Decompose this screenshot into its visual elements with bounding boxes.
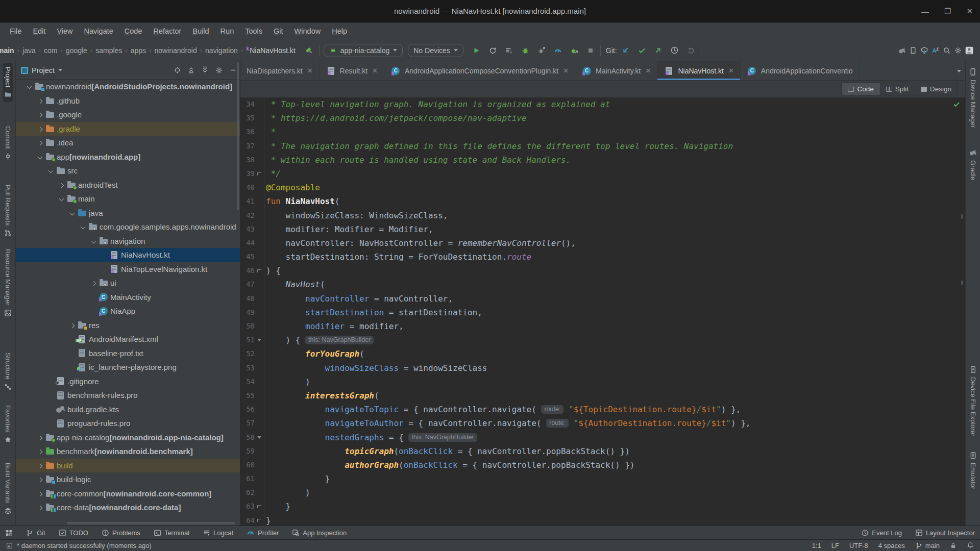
breadcrumb-item[interactable]: main: [0, 45, 15, 56]
tree-item-com.google.samples.apps.nowinandroid[interactable]: com.google.samples.apps.nowinandroid: [16, 220, 240, 234]
code-line-50[interactable]: 50 modifier = modifier,: [240, 319, 965, 333]
apply-changes-button[interactable]: [487, 45, 498, 56]
git-branch-widget[interactable]: main: [915, 542, 940, 549]
device-manager-button[interactable]: [908, 45, 919, 56]
code-line-48[interactable]: 48 navController = navController,: [240, 292, 965, 306]
tree-horizontal-scrollbar[interactable]: [67, 522, 235, 524]
editor-mode-code[interactable]: Code: [842, 83, 879, 95]
maximize-icon[interactable]: ❒: [944, 7, 951, 16]
tool-window-button-problems[interactable]: Problems: [102, 529, 140, 537]
tree-item-ic-launcher-playstore.png[interactable]: ic_launcher-playstore.png: [16, 360, 240, 374]
tree-item-.gitignore[interactable]: .gitignore: [16, 374, 240, 389]
code-line-54[interactable]: 54 ): [240, 375, 965, 389]
chevron-collapsed-icon[interactable]: [36, 140, 44, 145]
tree-item-baseline-prof.txt[interactable]: baseline-prof.txt: [16, 346, 240, 361]
fold-marker-icon[interactable]: [255, 333, 264, 347]
breadcrumb-item[interactable]: java: [21, 45, 37, 56]
code-line-37[interactable]: 37 * The navigation graph defined in thi…: [240, 139, 965, 153]
tree-item-nowinandroid[interactable]: nowinandroid [AndroidStudioProjects.nowi…: [16, 80, 240, 94]
breadcrumb-item[interactable]: com: [43, 45, 58, 56]
tree-item-main[interactable]: main: [16, 192, 240, 206]
git-commit-button[interactable]: [636, 45, 648, 56]
code-line-53[interactable]: 53 windowSizeClass = windowSizeClass: [240, 361, 965, 375]
tree-item-build-logic[interactable]: build-logic: [16, 472, 240, 487]
fold-marker-icon[interactable]: [255, 431, 264, 444]
chevron-expanded-icon[interactable]: [68, 211, 77, 215]
tree-item-core-data[interactable]: core-data [nowinandroid.core-data]: [16, 500, 240, 515]
tree-item-.google[interactable]: .google: [16, 108, 240, 122]
fold-marker-icon[interactable]: [255, 514, 264, 525]
tree-item-nianavhost.kt[interactable]: kNiaNavHost.kt: [16, 248, 240, 262]
file-encoding[interactable]: UTF-8: [849, 542, 868, 549]
tree-item-navigation[interactable]: navigation: [16, 234, 240, 248]
code-line-39[interactable]: 39 */: [240, 167, 965, 181]
chevron-collapsed-icon[interactable]: [36, 505, 44, 510]
code-line-63[interactable]: 63 }: [240, 499, 965, 513]
attach-debugger-button[interactable]: [536, 45, 547, 56]
tool-stripe-resource-manager[interactable]: Resource Manager: [3, 245, 13, 320]
rollback-button[interactable]: [685, 45, 697, 56]
expand-all-button[interactable]: [187, 66, 195, 74]
hidden-tabs-button[interactable]: [957, 61, 961, 81]
tree-item-core-common[interactable]: core-common [nowinandroid.core-common]: [16, 487, 240, 501]
stop-button[interactable]: [585, 45, 596, 56]
tree-item-proguard-rules.pro[interactable]: proguard-rules.pro: [16, 416, 240, 431]
editor-tab-nianavhost.kt[interactable]: kNiaNavHost.kt✕: [657, 61, 740, 80]
indent-setting[interactable]: 4 spaces: [878, 542, 905, 549]
tab-close-icon[interactable]: ✕: [646, 67, 651, 74]
translate-button[interactable]: A: [930, 45, 941, 56]
code-line-49[interactable]: 49 startDestination = startDestination,: [240, 306, 965, 319]
tool-stripe-gradle[interactable]: Gradle: [967, 145, 978, 184]
tool-window-button-switcher[interactable]: [5, 529, 13, 537]
tree-item-ui[interactable]: ui: [16, 276, 240, 290]
code-line-60[interactable]: 60 authorGraph(onBackClick = { navContro…: [240, 458, 965, 472]
tree-item-java[interactable]: java: [16, 206, 240, 220]
read-lock-icon[interactable]: [950, 542, 957, 549]
code-line-38[interactable]: 38 * within each route is handled using …: [240, 153, 965, 167]
tool-stripe-pull-requests[interactable]: Pull Requests: [3, 181, 13, 240]
chevron-expanded-icon[interactable]: [36, 155, 44, 159]
tool-window-button-terminal[interactable]: Terminal: [154, 529, 189, 537]
tree-item-.gradle[interactable]: .gradle: [16, 122, 240, 136]
tool-stripe-device-file-explorer[interactable]: Device File Explorer: [968, 362, 978, 440]
tree-item-benchmark[interactable]: benchmark [nowinandroid.benchmark]: [16, 444, 240, 459]
tool-stripe-favorites[interactable]: Favorites: [3, 402, 13, 447]
tree-item-mainactivity[interactable]: CkMainActivity: [16, 290, 240, 305]
line-separator[interactable]: LF: [831, 542, 839, 549]
tree-item-benchmark-rules.pro[interactable]: benchmark-rules.pro: [16, 388, 240, 403]
tree-item-androidmanifest.xml[interactable]: MFAndroidManifest.xml: [16, 332, 240, 346]
breadcrumb-item[interactable]: google: [65, 45, 88, 56]
tab-close-icon[interactable]: ✕: [563, 67, 569, 74]
chevron-collapsed-icon[interactable]: [36, 112, 44, 117]
chevron-expanded-icon[interactable]: [57, 197, 66, 201]
collapse-all-button[interactable]: [201, 66, 209, 74]
tree-item-.github[interactable]: .github: [16, 94, 240, 108]
tool-window-button-todo[interactable]: TODO: [59, 529, 88, 537]
profile-app-button[interactable]: [569, 45, 580, 56]
breadcrumb-file[interactable]: NiaNavHost.kt: [249, 45, 296, 56]
code-line-58[interactable]: 58 nestedGraphs = { this: NavGraphBuilde…: [240, 431, 965, 444]
tool-stripe-device-manager[interactable]: Device Manager: [968, 64, 978, 132]
code-line-51[interactable]: 51 ) { this: NavGraphBuilder: [240, 333, 965, 347]
code-line-61[interactable]: 61 }: [240, 472, 965, 486]
tool-stripe-build-variants[interactable]: Build Variants: [3, 459, 13, 518]
tool-window-button-git[interactable]: Git: [26, 529, 45, 537]
code-line-56[interactable]: 56 navigateToTopic = { navController.nav…: [240, 403, 965, 416]
chevron-down-icon[interactable]: [58, 69, 62, 71]
code-line-36[interactable]: 36 *: [240, 125, 965, 139]
sync-list-button[interactable]: [503, 45, 514, 56]
chevron-collapsed-icon[interactable]: [36, 127, 44, 131]
tree-item-.idea[interactable]: .idea: [16, 136, 240, 150]
menu-file[interactable]: File: [4, 25, 27, 37]
editor-tab-result.kt[interactable]: kResult.kt✕: [320, 61, 384, 80]
tree-item-src[interactable]: src: [16, 164, 240, 178]
gradle-sync-button[interactable]: [896, 45, 908, 56]
chevron-collapsed-icon[interactable]: [89, 281, 98, 285]
run-configuration-select[interactable]: app-nia-catalog: [324, 44, 403, 57]
chevron-collapsed-icon[interactable]: [36, 477, 44, 482]
fold-marker-icon[interactable]: [255, 499, 264, 513]
tool-window-button-layout-inspector[interactable]: Layout Inspector: [915, 529, 975, 537]
menu-window[interactable]: Window: [289, 25, 327, 37]
status-message[interactable]: * daemon started successfully (moments a…: [17, 542, 152, 549]
tree-item-niaapp[interactable]: CkNiaApp: [16, 304, 240, 318]
